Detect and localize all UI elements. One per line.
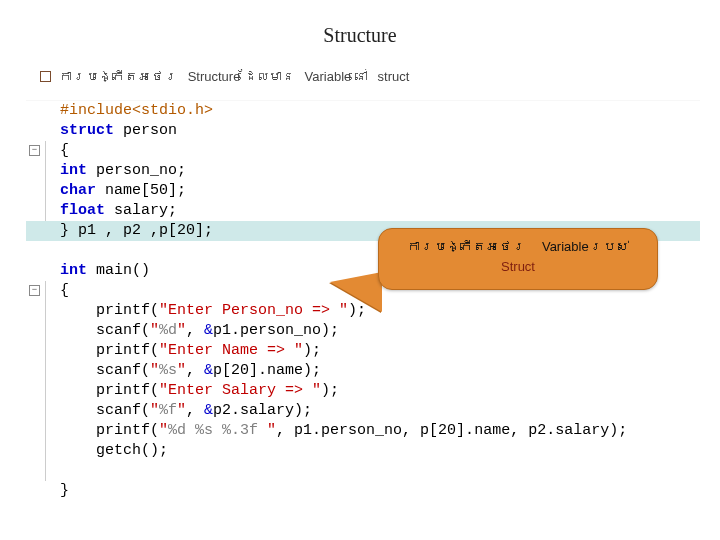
code-include: #include<stdio.h>: [60, 102, 213, 119]
brace-open-2: {: [60, 282, 69, 299]
bullet-frag-1: ការបង្កើតអថេរ: [59, 69, 184, 84]
q-2b: ": [177, 362, 186, 379]
callout-box: ការបង្កើតអថេរ Variableរបស់ Struct: [378, 228, 658, 290]
arg-3: p2.salary);: [213, 402, 312, 419]
kw-int-main: int: [60, 262, 87, 279]
brace-close: }: [60, 482, 69, 499]
getch: getch();: [60, 442, 168, 459]
callout-arrow-icon: [330, 272, 382, 312]
amp-2: &: [204, 362, 213, 379]
kw-struct: struct: [60, 122, 114, 139]
scanf-3: scanf(: [60, 402, 150, 419]
callout-text-a: ការបង្កើតអថេរ: [401, 239, 532, 254]
fold-icon[interactable]: [29, 285, 40, 296]
comma-2: ,: [186, 362, 204, 379]
id-main: main(): [87, 262, 150, 279]
id-salary: salary;: [105, 202, 177, 219]
end-2: );: [303, 342, 321, 359]
q-1b: ": [177, 322, 186, 339]
id-personno: person_no;: [87, 162, 186, 179]
bullet-line: ការបង្កើតអថេរ Structure ដែលមាន Variable …: [40, 69, 680, 84]
printf-1: printf(: [60, 302, 159, 319]
q-1a: ": [150, 322, 159, 339]
scanf-2: scanf(: [60, 362, 150, 379]
arg-4: , p1.person_no, p[20].name, p2.salary);: [276, 422, 627, 439]
q-2a: ": [150, 362, 159, 379]
q-3b: ": [177, 402, 186, 419]
amp-1: &: [204, 322, 213, 339]
bullet-frag-4: struct: [378, 69, 416, 84]
bullet-text: ការបង្កើតអថេរ Structure ដែលមាន Variable …: [59, 69, 415, 84]
square-bullet-icon: [40, 71, 51, 82]
comma-3: ,: [186, 402, 204, 419]
slide-title: Structure: [40, 24, 680, 47]
struct-vars: } p1 , p2 ,p[20];: [60, 222, 213, 239]
q-4a: ": [159, 422, 168, 439]
q-3a: ": [150, 402, 159, 419]
kw-char: char: [60, 182, 96, 199]
id-name: name[50];: [96, 182, 186, 199]
fmt-1: %d: [159, 322, 177, 339]
id-person: person: [114, 122, 177, 139]
fmt-3: %f: [159, 402, 177, 419]
str-2: "Enter Name => ": [159, 342, 303, 359]
kw-float: float: [60, 202, 105, 219]
brace-open-1: {: [60, 142, 69, 159]
printf-2: printf(: [60, 342, 159, 359]
bullet-frag-2: Structure ដែលមាន: [188, 69, 301, 84]
annotation-callout: ការបង្កើតអថេរ Variableរបស់ Struct: [378, 228, 658, 290]
callout-text-c: Struct: [393, 257, 643, 277]
kw-int: int: [60, 162, 87, 179]
fmt-2: %s: [159, 362, 177, 379]
printf-3: printf(: [60, 382, 159, 399]
amp-3: &: [204, 402, 213, 419]
arg-1: p1.person_no);: [213, 322, 339, 339]
comma-1: ,: [186, 322, 204, 339]
end-3: );: [321, 382, 339, 399]
fold-icon[interactable]: [29, 145, 40, 156]
callout-text-b: Variableរបស់: [536, 239, 635, 254]
printf-4: printf(: [60, 422, 159, 439]
slide: Structure ការបង្កើតអថេរ Structure ដែលមាន…: [0, 0, 720, 540]
arg-2: p[20].name);: [213, 362, 321, 379]
bullet-frag-3: Variable នៅ: [305, 69, 374, 84]
str-1: "Enter Person_no => ": [159, 302, 348, 319]
q-4b: ": [267, 422, 276, 439]
str-3: "Enter Salary => ": [159, 382, 321, 399]
fmt-4: %d %s %.3f: [168, 422, 267, 439]
scanf-1: scanf(: [60, 322, 150, 339]
